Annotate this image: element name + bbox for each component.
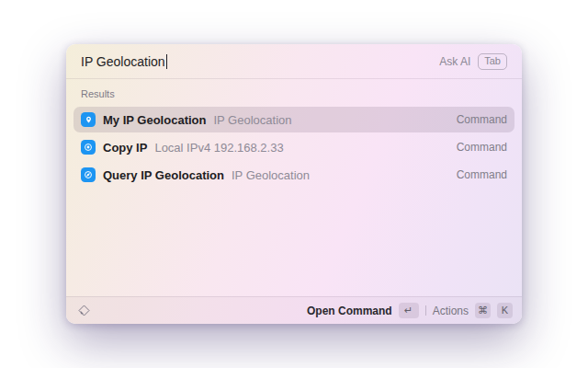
- results-section-label: Results: [66, 79, 522, 107]
- k-key-icon: K: [497, 303, 513, 318]
- result-subtitle: Local IPv4 192.168.2.33: [154, 141, 283, 155]
- result-row-copy-ip[interactable]: Copy IP Local IPv4 192.168.2.33 Command: [74, 134, 514, 160]
- open-command-button[interactable]: Open Command: [307, 305, 392, 317]
- footer-bar: Open Command ↵ Actions ⌘ K: [66, 296, 522, 324]
- result-subtitle: IP Geolocation: [213, 113, 291, 127]
- map-pin-icon: [81, 112, 96, 127]
- tab-key-badge: Tab: [478, 53, 507, 70]
- footer-divider: [425, 305, 426, 316]
- search-bar[interactable]: IP Geolocation Ask AI Tab: [66, 44, 522, 79]
- target-circles-icon: [81, 140, 96, 155]
- ask-ai-label[interactable]: Ask AI: [439, 55, 470, 68]
- raycast-logo-icon: [75, 303, 92, 319]
- result-title: Copy IP: [103, 141, 147, 155]
- result-type-badge: Command: [457, 141, 507, 154]
- compass-icon: [81, 167, 96, 182]
- result-type-badge: Command: [457, 113, 507, 126]
- actions-button[interactable]: Actions: [433, 305, 469, 317]
- result-row-query-ip-geolocation[interactable]: Query IP Geolocation IP Geolocation Comm…: [74, 162, 514, 188]
- result-type-badge: Command: [457, 168, 507, 181]
- launcher-window: IP Geolocation Ask AI Tab Results My IP …: [66, 44, 522, 324]
- result-title: Query IP Geolocation: [103, 168, 224, 182]
- search-input[interactable]: IP Geolocation: [81, 54, 165, 69]
- result-row-my-ip-geolocation[interactable]: My IP Geolocation IP Geolocation Command: [74, 107, 514, 132]
- return-key-icon: ↵: [399, 303, 419, 318]
- result-title: My IP Geolocation: [103, 113, 206, 127]
- result-subtitle: IP Geolocation: [232, 168, 310, 182]
- text-cursor: [166, 54, 168, 69]
- command-key-icon: ⌘: [475, 303, 491, 318]
